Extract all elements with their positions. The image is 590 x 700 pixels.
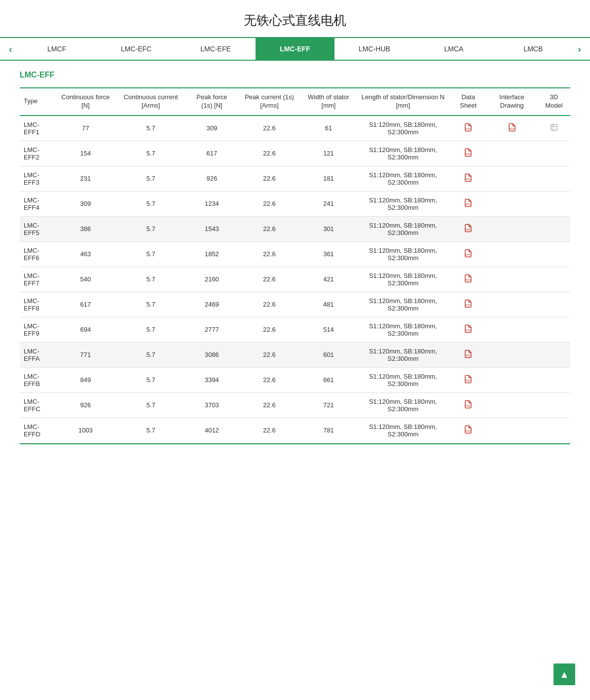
- table-header-cell: Continuous force [N]: [56, 88, 115, 116]
- cell-peak-current: 22.6: [237, 292, 301, 317]
- cell-width: 661: [301, 367, 356, 392]
- cell-length: S1:120mm, SB:180mm, S2:300mm: [356, 418, 450, 443]
- cell-interface-drawing: [486, 342, 538, 367]
- cell-width: 514: [301, 317, 356, 342]
- cell-width: 361: [301, 241, 356, 267]
- svg-text:PDF: PDF: [466, 380, 471, 383]
- table-row: LMC-EFF43095.7123422.6241S1:120mm, SB:18…: [20, 191, 570, 216]
- cell-type: LMC-EFF3: [20, 166, 56, 191]
- cell-3d-model: [538, 292, 570, 317]
- svg-text:PDF: PDF: [509, 128, 515, 131]
- cell-data-sheet[interactable]: PDF: [450, 317, 486, 342]
- cell-peak-force: 3394: [186, 367, 237, 392]
- svg-text:PDF: PDF: [466, 254, 471, 257]
- cell-interface-drawing: [486, 216, 538, 241]
- nav-prev-arrow[interactable]: ‹: [4, 39, 17, 59]
- cell-peak-force: 4012: [186, 418, 237, 443]
- cell-width: 301: [301, 216, 356, 241]
- cell-type: LMC-EFF1: [20, 116, 56, 141]
- bottom-bar: [20, 443, 570, 460]
- table-row: LMC-EFF75405.7216022.6421S1:120mm, SB:18…: [20, 267, 570, 292]
- cell-3d-model: [538, 166, 570, 191]
- cell-interface-drawing: [486, 267, 538, 292]
- cell-cont-current: 5.7: [115, 267, 186, 292]
- cell-data-sheet[interactable]: PDF: [450, 166, 486, 191]
- nav-tab-lmcf[interactable]: LMCF: [17, 38, 97, 60]
- cell-data-sheet[interactable]: PDF: [450, 292, 486, 317]
- cell-peak-current: 22.6: [237, 216, 301, 241]
- cell-type: LMC-EFF8: [20, 292, 56, 317]
- cell-peak-current: 22.6: [237, 342, 301, 367]
- svg-text:PDF: PDF: [466, 354, 471, 357]
- cell-length: S1:120mm, SB:180mm, S2:300mm: [356, 191, 450, 216]
- table-header-cell: Continuous current [Arms]: [115, 88, 186, 116]
- cell-3d-model: [538, 216, 570, 241]
- cell-data-sheet[interactable]: PDF: [450, 418, 486, 443]
- page-title: 无铁心式直线电机: [0, 0, 590, 37]
- cell-type: LMC-EFFA: [20, 342, 56, 367]
- cell-3d-model[interactable]: [538, 116, 570, 141]
- cell-length: S1:120mm, SB:180mm, S2:300mm: [356, 116, 450, 141]
- table-row: LMC-EFF86175.7246922.6481S1:120mm, SB:18…: [20, 292, 570, 317]
- cell-length: S1:120mm, SB:180mm, S2:300mm: [356, 367, 450, 392]
- cell-interface-drawing[interactable]: PDF: [486, 116, 538, 141]
- content-area: LMC-EFF TypeContinuous force [N]Continuo…: [0, 61, 590, 480]
- table-header-cell: Data Sheet: [450, 88, 486, 116]
- cell-3d-model: [538, 191, 570, 216]
- cell-peak-force: 2469: [186, 292, 237, 317]
- cell-interface-drawing: [486, 418, 538, 443]
- cell-data-sheet[interactable]: PDF: [450, 267, 486, 292]
- svg-text:PDF: PDF: [466, 430, 471, 433]
- cell-cont-force: 1003: [56, 418, 115, 443]
- cell-cont-current: 5.7: [115, 418, 186, 443]
- cell-width: 781: [301, 418, 356, 443]
- cell-length: S1:120mm, SB:180mm, S2:300mm: [356, 216, 450, 241]
- table-row: LMC-EFF64635.7185222.6361S1:120mm, SB:18…: [20, 241, 570, 267]
- cell-data-sheet[interactable]: PDF: [450, 392, 486, 418]
- cell-type: LMC-EFF4: [20, 191, 56, 216]
- table-header: TypeContinuous force [N]Continuous curre…: [20, 88, 570, 116]
- cell-peak-force: 926: [186, 166, 237, 191]
- cell-3d-model: [538, 141, 570, 166]
- cell-data-sheet[interactable]: PDF: [450, 241, 486, 267]
- table-row: LMC-EFFA7715.7308622.6601S1:120mm, SB:18…: [20, 342, 570, 367]
- cell-length: S1:120mm, SB:180mm, S2:300mm: [356, 241, 450, 267]
- cell-length: S1:120mm, SB:180mm, S2:300mm: [356, 141, 450, 166]
- nav-next-arrow[interactable]: ›: [573, 39, 586, 59]
- svg-text:PDF: PDF: [466, 153, 471, 156]
- cell-data-sheet[interactable]: PDF: [450, 216, 486, 241]
- table-row: LMC-EFF53865.7154322.6301S1:120mm, SB:18…: [20, 216, 570, 241]
- cell-3d-model: [538, 317, 570, 342]
- cell-cont-force: 771: [56, 342, 115, 367]
- cell-data-sheet[interactable]: PDF: [450, 367, 486, 392]
- cell-interface-drawing: [486, 141, 538, 166]
- nav-tab-lmc-hub[interactable]: LMC-HUB: [334, 38, 414, 60]
- nav-tab-lmca[interactable]: LMCA: [414, 38, 493, 60]
- table-row: LMC-EFF21545.761722.6121S1:120mm, SB:180…: [20, 141, 570, 166]
- nav-tab-lmcb[interactable]: LMCB: [493, 38, 573, 60]
- cell-peak-force: 1852: [186, 241, 237, 267]
- svg-text:PDF: PDF: [466, 128, 471, 131]
- nav-tab-lmc-eff[interactable]: LMC-EFF: [256, 38, 335, 60]
- cell-type: LMC-EFF7: [20, 267, 56, 292]
- cell-data-sheet[interactable]: PDF: [450, 191, 486, 216]
- table-header-cell: 3D Model: [538, 88, 570, 116]
- cell-cont-current: 5.7: [115, 292, 186, 317]
- cell-peak-force: 1543: [186, 216, 237, 241]
- cell-cont-force: 926: [56, 392, 115, 418]
- cell-cont-force: 540: [56, 267, 115, 292]
- cell-data-sheet[interactable]: PDF: [450, 141, 486, 166]
- cell-data-sheet[interactable]: PDF: [450, 116, 486, 141]
- table-header-cell: Width of stator [mm]: [301, 88, 356, 116]
- cell-cont-force: 77: [56, 116, 115, 141]
- cell-type: LMC-EFFB: [20, 367, 56, 392]
- svg-text:PDF: PDF: [466, 178, 471, 181]
- cell-cont-current: 5.7: [115, 116, 186, 141]
- cell-interface-drawing: [486, 166, 538, 191]
- cell-type: LMC-EFF2: [20, 141, 56, 166]
- cell-data-sheet[interactable]: PDF: [450, 342, 486, 367]
- navigation-bar: ‹ LMCFLMC-EFCLMC-EFELMC-EFFLMC-HUBLMCALM…: [0, 37, 590, 61]
- nav-tab-lmc-efe[interactable]: LMC-EFE: [176, 38, 256, 60]
- table-header-cell: Peak current (1s) [Arms]: [237, 88, 301, 116]
- nav-tab-lmc-efc[interactable]: LMC-EFC: [97, 38, 176, 60]
